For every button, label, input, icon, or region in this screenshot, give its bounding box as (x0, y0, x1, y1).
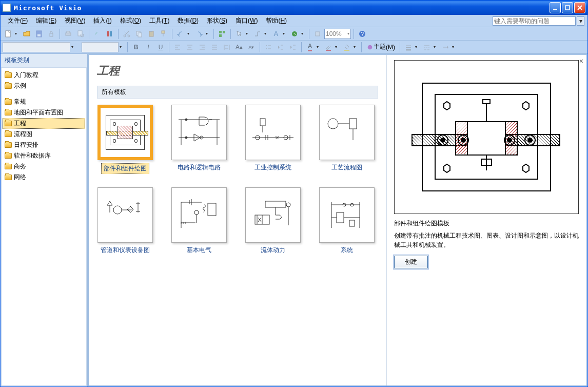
template-fluid-power[interactable]: 流体动力 (245, 187, 301, 255)
menu-insert[interactable]: 插入(I) (89, 15, 115, 26)
menu-data[interactable]: 数据(D) (173, 15, 203, 26)
template-industrial-control[interactable]: 工业控制系统 (245, 105, 301, 174)
font-size-combo[interactable] (82, 42, 119, 52)
ink-dropdown[interactable]: ▾ (301, 31, 306, 36)
cut-button[interactable] (121, 28, 132, 40)
shapes-window-button[interactable] (217, 28, 228, 40)
panel-close-icon[interactable]: × (579, 57, 583, 65)
paste-button[interactable] (146, 28, 157, 40)
print-button[interactable] (63, 28, 74, 40)
line-ends-button[interactable] (440, 42, 451, 53)
new-button[interactable] (3, 28, 14, 40)
permission-button[interactable] (46, 28, 57, 40)
fill-button[interactable] (312, 28, 323, 40)
template-basic-electrical[interactable]: 基本电气 (171, 187, 227, 255)
format-painter-button[interactable] (158, 28, 169, 40)
standard-toolbar: ▾ ✓ ▾ ▾ ▾ ▾ A ▾ ▾ 100%▾ ? (1, 27, 587, 41)
template-systems[interactable]: 系统 (319, 187, 375, 255)
line-color-button[interactable] (323, 42, 334, 53)
sidebar-item-general[interactable]: 常规 (3, 96, 85, 107)
line-weight-button[interactable] (403, 42, 414, 53)
line-pattern-dropdown[interactable]: ▾ (434, 45, 439, 49)
template-process-flow[interactable]: 工艺流程图 (319, 105, 375, 174)
decrease-indent-button[interactable] (275, 42, 286, 53)
line-ends-dropdown[interactable]: ▾ (452, 45, 457, 49)
template-piping-instrumentation[interactable]: 管道和仪表设备图 (97, 187, 153, 255)
create-button[interactable]: 创建 (394, 256, 428, 268)
sidebar-item-getting-started[interactable]: 入门教程 (3, 70, 85, 81)
sidebar-item-schedule[interactable]: 日程安排 (3, 140, 85, 150)
align-justify-button[interactable] (209, 42, 220, 53)
font-color-dropdown[interactable]: ▾ (317, 45, 322, 49)
help-search-input[interactable] (493, 16, 576, 26)
underline-button[interactable]: U (155, 42, 166, 53)
font-color-button[interactable]: A (304, 42, 316, 53)
copy-button[interactable] (133, 28, 145, 40)
template-circuits-logic[interactable]: 电路和逻辑电路 (171, 105, 227, 174)
sidebar-item-label: 常规 (14, 98, 26, 106)
open-button[interactable] (21, 28, 32, 40)
sidebar-item-flowchart[interactable]: 流程图 (3, 129, 85, 140)
menu-help[interactable]: 帮助(H) (262, 15, 291, 26)
connector-dropdown[interactable]: ▾ (264, 31, 269, 36)
fill-color-button[interactable] (341, 42, 352, 53)
sidebar-item-network[interactable]: 网络 (3, 172, 85, 183)
sidebar-item-software[interactable]: 软件和数据库 (3, 150, 85, 161)
sidebar-item-maps[interactable]: 地图和平面布置图 (3, 107, 85, 118)
menu-window[interactable]: 窗口(W) (231, 15, 262, 26)
fill-color-dropdown[interactable]: ▾ (354, 45, 359, 49)
menu-tools[interactable]: 工具(T) (145, 15, 173, 26)
zoom-combo[interactable]: 100%▾ (324, 29, 351, 39)
window-title: Microsoft Visio (14, 4, 82, 12)
decrease-font-button[interactable]: A▾ (246, 42, 257, 53)
text-dropdown[interactable]: ▾ (283, 31, 288, 36)
bullets-button[interactable] (263, 42, 274, 53)
menu-view[interactable]: 视图(V) (61, 15, 89, 26)
line-weight-dropdown[interactable]: ▾ (415, 45, 420, 49)
increase-font-button[interactable]: A▴ (233, 42, 245, 53)
help-button[interactable]: ? (357, 28, 368, 40)
menu-file[interactable]: 文件(F) (4, 15, 32, 26)
redo-dropdown[interactable]: ▾ (206, 31, 211, 36)
text-tool-button[interactable]: A (270, 28, 282, 40)
help-search-dropdown[interactable]: ▾ (577, 16, 584, 26)
sidebar-item-label: 工程 (14, 119, 26, 128)
template-label: 工业控制系统 (254, 163, 291, 172)
maximize-button[interactable] (562, 2, 573, 13)
sidebar-item-engineering[interactable]: 工程 (3, 118, 85, 129)
sidebar-item-samples[interactable]: 示例 (3, 81, 85, 91)
ink-tool-button[interactable] (289, 28, 300, 40)
distribute-button[interactable] (221, 42, 232, 53)
theme-button[interactable]: 主题(M) (364, 42, 397, 53)
research-button[interactable] (104, 28, 115, 40)
pointer-tool-button[interactable] (233, 28, 245, 40)
close-button[interactable] (574, 2, 585, 13)
menu-edit[interactable]: 编辑(E) (32, 15, 61, 26)
minimize-button[interactable] (550, 2, 561, 13)
align-right-button[interactable] (197, 42, 208, 53)
size-dropdown[interactable]: ▾ (120, 45, 125, 49)
undo-button[interactable] (175, 28, 186, 40)
menu-shapes[interactable]: 形状(S) (203, 15, 231, 26)
sidebar-item-business[interactable]: 商务 (3, 161, 85, 172)
connector-tool-button[interactable] (252, 28, 263, 40)
pointer-dropdown[interactable]: ▾ (246, 31, 251, 36)
italic-button[interactable]: I (143, 42, 154, 53)
increase-indent-button[interactable] (287, 42, 299, 53)
print-preview-button[interactable] (75, 28, 86, 40)
line-color-dropdown[interactable]: ▾ (335, 45, 340, 49)
line-pattern-button[interactable] (421, 42, 433, 53)
template-thumb (245, 187, 301, 243)
font-combo[interactable] (3, 42, 70, 52)
save-button[interactable] (33, 28, 45, 40)
undo-dropdown[interactable]: ▾ (187, 31, 192, 36)
template-parts-and-assembly[interactable]: 部件和组件绘图 (97, 105, 153, 174)
align-center-button[interactable] (184, 42, 195, 53)
font-dropdown[interactable]: ▾ (71, 45, 76, 49)
new-dropdown[interactable]: ▾ (15, 31, 20, 36)
spelling-button[interactable]: ✓ (92, 28, 103, 40)
bold-button[interactable]: B (130, 42, 142, 53)
align-left-button[interactable] (172, 42, 183, 53)
menu-format[interactable]: 格式(O) (116, 15, 145, 26)
redo-button[interactable] (193, 28, 205, 40)
